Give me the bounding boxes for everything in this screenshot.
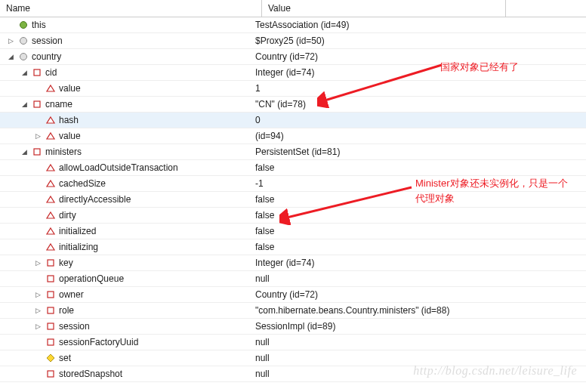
triangle-red-icon [45, 210, 56, 221]
variable-value: 0 [249, 115, 586, 125]
tree-row[interactable]: thisTestAssociation (id=49) [0, 17, 586, 33]
expand-down-icon[interactable]: ◢ [20, 100, 29, 109]
tree-row[interactable]: ▷ownerCountry (id=72) [0, 287, 586, 303]
expand-down-icon[interactable]: ◢ [20, 68, 29, 77]
variable-name: cname [45, 99, 72, 110]
variable-value: null [249, 273, 586, 284]
svg-marker-8 [47, 85, 54, 91]
svg-rect-9 [34, 101, 40, 107]
variable-name: cachedSize [59, 178, 106, 189]
svg-marker-11 [47, 133, 54, 139]
tree-row[interactable]: cachedSize-1 [0, 176, 586, 192]
variable-name: role [59, 305, 74, 316]
variable-value: SessionImpl (id=89) [249, 321, 586, 332]
tree-row[interactable]: storedSnapshotnull [0, 366, 586, 382]
variable-name: storedSnapshot [59, 369, 122, 379]
variable-name: country [32, 51, 61, 62]
tree-row[interactable]: ◢cidInteger (id=74) [0, 65, 586, 81]
circle-gray-icon [18, 35, 29, 46]
square-red-icon [45, 321, 56, 332]
expand-right-icon[interactable]: ▷ [33, 290, 42, 299]
tree-row[interactable]: directlyAccessiblefalse [0, 192, 586, 208]
variable-name: allowLoadOutsideTransaction [59, 162, 178, 173]
variable-name: cid [45, 67, 57, 78]
tree-row[interactable]: ◢cname"CN" (id=78) [0, 97, 586, 113]
variable-value: "com.hibernate.beans.Country.ministers" … [249, 305, 586, 316]
variable-name: hash [59, 115, 79, 125]
tree-row[interactable]: ▷session$Proxy25 (id=50) [0, 33, 586, 49]
variable-name: dirty [59, 210, 76, 221]
tree-row[interactable]: allowLoadOutsideTransactionfalse [0, 160, 586, 176]
tree-row[interactable]: initializedfalse [0, 224, 586, 239]
triangle-red-icon [45, 226, 56, 236]
variable-name: value [59, 83, 81, 94]
variable-value: Country (id=72) [249, 51, 586, 62]
triangle-red-icon [45, 131, 56, 141]
header-name[interactable]: Name [0, 0, 262, 17]
variable-name: session [32, 35, 63, 46]
tree-row[interactable]: operationQueuenull [0, 271, 586, 287]
svg-marker-16 [47, 212, 54, 218]
tree-row[interactable]: ◢countryCountry (id=72) [0, 49, 586, 65]
variable-value: PersistentSet (id=81) [249, 147, 586, 157]
svg-rect-20 [48, 276, 54, 282]
svg-marker-15 [47, 196, 54, 202]
variable-name: ministers [45, 147, 82, 157]
square-red-icon [45, 258, 56, 268]
header-value[interactable]: Value [262, 0, 506, 17]
tree-row[interactable]: initializingfalse [0, 239, 586, 255]
variable-value: $Proxy25 (id=50) [249, 35, 586, 46]
svg-rect-26 [48, 371, 54, 377]
variable-value: null [249, 369, 586, 379]
tree-row[interactable]: dirtyfalse [0, 208, 586, 224]
variable-name: session [59, 321, 90, 332]
tree-row[interactable]: hash0 [0, 113, 586, 128]
tree-row[interactable]: ▷value(id=94) [0, 128, 586, 144]
svg-rect-12 [34, 149, 40, 155]
expand-down-icon[interactable]: ◢ [20, 147, 29, 156]
variable-name: initialized [59, 226, 96, 236]
variable-value: -1 [249, 178, 586, 189]
expand-right-icon[interactable]: ▷ [6, 36, 15, 45]
expand-down-icon[interactable]: ◢ [6, 52, 15, 61]
triangle-red-icon [45, 115, 56, 125]
variable-value: Integer (id=74) [249, 258, 586, 268]
header-spacer [506, 0, 586, 17]
triangle-red-icon [45, 83, 56, 94]
expand-right-icon[interactable]: ▷ [33, 306, 42, 315]
tree-row[interactable]: ◢ministersPersistentSet (id=81) [0, 144, 586, 160]
variable-value: false [249, 226, 586, 236]
square-red-icon [32, 147, 42, 157]
svg-point-6 [20, 54, 27, 60]
svg-marker-25 [47, 354, 54, 362]
variable-value: false [249, 194, 586, 205]
square-red-icon [45, 305, 56, 316]
triangle-red-icon [45, 162, 56, 173]
tree-row[interactable]: value1 [0, 81, 586, 97]
svg-rect-7 [34, 69, 40, 76]
tree-row[interactable]: sessionFactoryUuidnull [0, 335, 586, 350]
variable-name: set [59, 353, 71, 363]
variable-value: Country (id=72) [249, 289, 586, 300]
variable-name: owner [59, 289, 84, 300]
svg-point-5 [20, 38, 27, 45]
expand-right-icon[interactable]: ▷ [33, 322, 42, 331]
circle-green-icon [18, 20, 29, 30]
svg-rect-23 [48, 323, 54, 329]
expand-right-icon[interactable]: ▷ [33, 258, 42, 267]
variable-value: null [249, 353, 586, 363]
tree-row[interactable]: ▷sessionSessionImpl (id=89) [0, 319, 586, 335]
variable-name: directlyAccessible [59, 194, 131, 205]
tree-row[interactable]: ▷keyInteger (id=74) [0, 255, 586, 271]
circle-gray-icon [18, 51, 29, 62]
svg-marker-13 [47, 165, 54, 171]
tree-row[interactable]: ▷role"com.hibernate.beans.Country.minist… [0, 303, 586, 319]
svg-rect-19 [48, 260, 54, 266]
variable-value: false [249, 162, 586, 173]
expand-right-icon[interactable]: ▷ [33, 131, 42, 140]
svg-rect-22 [48, 307, 54, 313]
svg-marker-18 [47, 244, 54, 250]
variable-name: key [59, 258, 73, 268]
variable-name: this [32, 20, 46, 30]
variable-value: TestAssociation (id=49) [249, 20, 586, 30]
